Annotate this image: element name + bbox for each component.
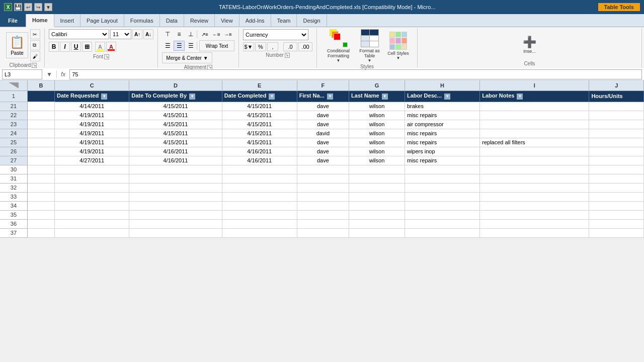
- title-bar-icons[interactable]: X 💾 ↩ ↪ ▼: [4, 3, 52, 11]
- cell-g[interactable]: wilson: [349, 147, 405, 156]
- cell-i[interactable]: replaced all filters: [480, 138, 589, 147]
- cell-b[interactable]: [27, 129, 54, 138]
- cell-b[interactable]: [27, 156, 54, 165]
- cell-c[interactable]: 4/19/2011: [55, 120, 129, 129]
- cell-j[interactable]: [589, 120, 644, 129]
- percent-button[interactable]: %: [255, 42, 266, 51]
- indent-increase-button[interactable]: →≡: [222, 29, 233, 39]
- cell-h[interactable]: misc repairs: [405, 111, 479, 120]
- date-requested-dropdown[interactable]: ▼: [101, 94, 107, 100]
- cell-e1[interactable]: Date Completed ▼: [222, 90, 297, 102]
- tab-file[interactable]: File: [0, 14, 26, 27]
- cell-f[interactable]: dave: [297, 156, 349, 165]
- cell-h[interactable]: misc repairs: [405, 138, 479, 147]
- bottom-align-button[interactable]: ⊥: [185, 29, 196, 39]
- cell-b1[interactable]: [27, 90, 54, 102]
- cell-g[interactable]: wilson: [349, 120, 405, 129]
- font-expand[interactable]: ↘: [104, 54, 109, 59]
- cell-i[interactable]: [480, 111, 589, 120]
- cell-j[interactable]: [589, 147, 644, 156]
- cell-d[interactable]: 4/15/2011: [129, 111, 222, 120]
- tab-page-layout[interactable]: Page Layout: [80, 14, 124, 27]
- cell-reference-box[interactable]: [2, 69, 42, 79]
- format-as-table-button[interactable]: Format as Table ▼: [356, 29, 384, 63]
- cell-j[interactable]: [589, 138, 644, 147]
- labor-notes-dropdown[interactable]: ▼: [517, 94, 523, 100]
- cell-b[interactable]: [27, 120, 54, 129]
- decrease-font-button[interactable]: A↓: [143, 29, 153, 39]
- italic-button[interactable]: I: [60, 42, 70, 52]
- cell-h[interactable]: misc repairs: [405, 129, 479, 138]
- cell-j1[interactable]: Hours/Units: [589, 90, 644, 102]
- cell-c[interactable]: 4/19/2011: [55, 147, 129, 156]
- cell-g[interactable]: wilson: [349, 102, 405, 111]
- cell-i[interactable]: [480, 147, 589, 156]
- left-align-button[interactable]: ☰: [162, 41, 173, 51]
- cell-f1[interactable]: First Na... ▼: [297, 90, 349, 102]
- cell-d1[interactable]: Date To Complete By ▼: [129, 90, 222, 102]
- cell-e[interactable]: 4/15/2011: [222, 120, 297, 129]
- cell-j[interactable]: [589, 156, 644, 165]
- formula-bar-expand[interactable]: ▼: [44, 71, 54, 78]
- font-size-select[interactable]: 11: [110, 29, 131, 39]
- labor-desc-dropdown[interactable]: ▼: [444, 94, 450, 100]
- cell-d[interactable]: 4/15/2011: [129, 102, 222, 111]
- cut-button[interactable]: ✂: [30, 29, 40, 39]
- cell-i[interactable]: [480, 156, 589, 165]
- date-to-complete-dropdown[interactable]: ▼: [189, 94, 195, 100]
- font-name-select[interactable]: Calibri: [49, 29, 109, 39]
- cell-b[interactable]: [27, 138, 54, 147]
- cell-i[interactable]: [480, 102, 589, 111]
- cell-e[interactable]: 4/15/2011: [222, 102, 297, 111]
- center-align-button[interactable]: ☰: [174, 41, 185, 51]
- cell-d[interactable]: 4/15/2011: [129, 138, 222, 147]
- cell-e[interactable]: 4/15/2011: [222, 129, 297, 138]
- cell-g[interactable]: wilson: [349, 111, 405, 120]
- cell-j[interactable]: [589, 102, 644, 111]
- redo-icon[interactable]: ↪: [34, 3, 42, 11]
- cell-d[interactable]: 4/15/2011: [129, 129, 222, 138]
- tab-view[interactable]: View: [215, 14, 239, 27]
- copy-button[interactable]: ⧉: [30, 40, 40, 50]
- cell-b[interactable]: [27, 147, 54, 156]
- cell-e[interactable]: 4/16/2011: [222, 156, 297, 165]
- formula-input[interactable]: [69, 69, 642, 79]
- underline-button[interactable]: U: [71, 42, 81, 52]
- indent-decrease-button[interactable]: ←≡: [211, 29, 222, 39]
- date-completed-dropdown[interactable]: ▼: [269, 94, 275, 100]
- quick-access-more[interactable]: ▼: [44, 3, 52, 11]
- cell-c1[interactable]: Date Requested ▼: [55, 90, 129, 102]
- cell-f[interactable]: dave: [297, 120, 349, 129]
- tab-data[interactable]: Data: [160, 14, 184, 27]
- top-align-button[interactable]: ⊤: [162, 29, 173, 39]
- cell-j[interactable]: [589, 129, 644, 138]
- cell-h[interactable]: misc repairs: [405, 156, 479, 165]
- cell-f[interactable]: dave: [297, 147, 349, 156]
- cell-h[interactable]: air compressor: [405, 120, 479, 129]
- cell-c[interactable]: 4/19/2011: [55, 138, 129, 147]
- tab-design[interactable]: Design: [297, 14, 327, 27]
- cell-h[interactable]: brakes: [405, 102, 479, 111]
- cell-d[interactable]: 4/15/2011: [129, 120, 222, 129]
- cell-h1[interactable]: Labor Desc... ▼: [405, 90, 479, 102]
- middle-align-button[interactable]: ≡: [174, 29, 185, 39]
- cell-b[interactable]: [27, 102, 54, 111]
- merge-center-button[interactable]: Merge & Center ▼: [162, 52, 212, 63]
- cell-h[interactable]: wipers inop: [405, 147, 479, 156]
- number-format-select[interactable]: Currency: [243, 29, 308, 40]
- right-align-button[interactable]: ☰: [185, 41, 196, 51]
- save-icon[interactable]: 💾: [14, 3, 22, 11]
- cell-g[interactable]: wilson: [349, 138, 405, 147]
- cell-c[interactable]: 4/27/2011: [55, 156, 129, 165]
- conditional-formatting-button[interactable]: Conditional Formatting ▼: [324, 29, 354, 63]
- bold-button[interactable]: B: [49, 42, 59, 52]
- cell-i[interactable]: [480, 129, 589, 138]
- cell-d[interactable]: 4/16/2011: [129, 156, 222, 165]
- cell-g[interactable]: wilson: [349, 129, 405, 138]
- cell-g1[interactable]: Last Name ▼: [349, 90, 405, 102]
- cell-c[interactable]: 4/19/2011: [55, 111, 129, 120]
- cell-c[interactable]: 4/14/2011: [55, 102, 129, 111]
- number-expand[interactable]: ↘: [285, 53, 290, 58]
- cell-e[interactable]: 4/16/2011: [222, 147, 297, 156]
- border-button[interactable]: ⊞: [82, 42, 92, 52]
